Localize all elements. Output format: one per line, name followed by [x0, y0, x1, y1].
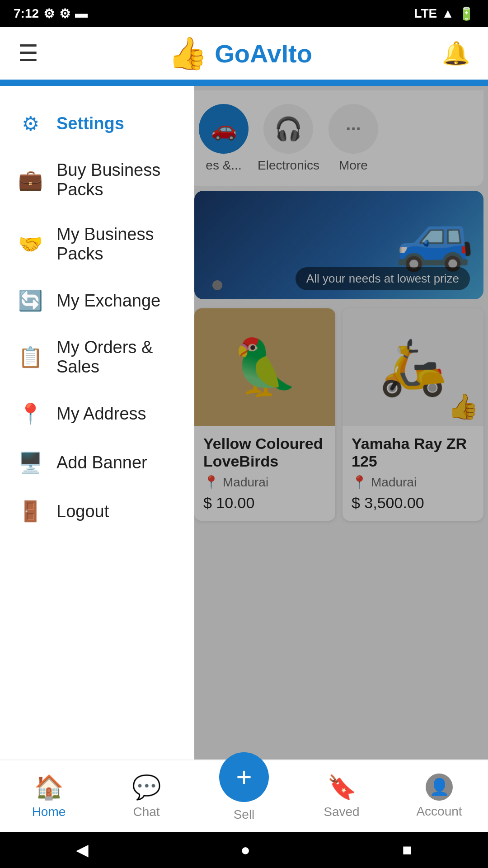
- drawer-label-my-business: My Business Packs: [56, 225, 176, 264]
- main-content: 🚗 es &... 🎧 Electronics ··· More 🚙 All y…: [0, 86, 488, 796]
- hamburger-button[interactable]: ☰: [18, 40, 38, 66]
- drawer-item-my-business[interactable]: 🤝 My Business Packs: [0, 212, 194, 276]
- saved-nav-label: Saved: [324, 805, 359, 819]
- nav-item-chat[interactable]: 💬 Chat: [98, 774, 195, 819]
- my-business-icon: 🤝: [18, 232, 43, 256]
- logo-text: GoAvIto: [215, 39, 312, 68]
- home-nav-label: Home: [32, 805, 66, 819]
- home-nav-icon: 🏠: [34, 774, 64, 801]
- drawer-label-my-address: My Address: [56, 404, 146, 424]
- status-bar-left: 7:12 ⚙ ⚙ ▬: [14, 6, 88, 21]
- chat-nav-label: Chat: [133, 805, 160, 819]
- exchange-icon: 🔄: [18, 289, 43, 312]
- nav-item-home[interactable]: 🏠 Home: [0, 774, 98, 819]
- buy-business-icon: 💼: [18, 168, 43, 192]
- nav-item-sell[interactable]: + Sell: [195, 770, 293, 822]
- banner-icon: 🖥️: [18, 451, 43, 474]
- home-button[interactable]: ●: [240, 840, 250, 859]
- account-avatar: 👤: [426, 774, 453, 801]
- sim-icon: ▬: [75, 6, 88, 21]
- drawer-item-my-exchange[interactable]: 🔄 My Exchange: [0, 276, 194, 325]
- header: ☰ 👍 GoAvIto 🔔: [0, 27, 488, 81]
- logo: 👍 GoAvIto: [168, 35, 312, 72]
- drawer-label-settings: Settings: [56, 114, 124, 133]
- notification-bell-button[interactable]: 🔔: [442, 40, 470, 66]
- sell-plus-icon: +: [236, 764, 252, 791]
- drawer-label-add-banner: Add Banner: [56, 453, 147, 472]
- chat-nav-icon: 💬: [132, 774, 161, 801]
- drawer-item-my-address[interactable]: 📍 My Address: [0, 389, 194, 438]
- nav-item-saved[interactable]: 🔖 Saved: [293, 774, 390, 819]
- drawer-label-logout: Logout: [56, 502, 109, 521]
- back-button[interactable]: ◀: [76, 840, 89, 859]
- battery-icon: 🔋: [459, 6, 474, 21]
- lte-label: LTE: [414, 6, 437, 21]
- account-nav-label: Account: [416, 804, 462, 819]
- drawer-item-add-banner[interactable]: 🖥️ Add Banner: [0, 438, 194, 487]
- nav-item-account[interactable]: 👤 Account: [390, 774, 488, 819]
- sell-nav-label: Sell: [234, 807, 255, 822]
- saved-nav-icon: 🔖: [327, 774, 357, 801]
- sell-fab-button[interactable]: +: [219, 752, 269, 802]
- signal-icon: ▲: [441, 6, 454, 21]
- logo-icon: 👍: [168, 35, 207, 72]
- drawer-label-my-exchange: My Exchange: [56, 291, 160, 311]
- orders-icon: 📋: [18, 345, 43, 369]
- drawer-item-buy-business[interactable]: 💼 Buy Business Packs: [0, 148, 194, 212]
- status-bar: 7:12 ⚙ ⚙ ▬ LTE ▲ 🔋: [0, 0, 488, 27]
- drawer-item-settings[interactable]: ⚙ Settings: [0, 99, 194, 148]
- settings-drawer-icon: ⚙: [18, 112, 43, 135]
- drawer-label-buy-business: Buy Business Packs: [56, 160, 176, 199]
- logout-icon: 🚪: [18, 500, 43, 523]
- drawer-item-my-orders[interactable]: 📋 My Orders & Sales: [0, 325, 194, 389]
- status-bar-right: LTE ▲ 🔋: [414, 6, 474, 21]
- android-nav-bar: ◀ ● ■: [0, 832, 488, 868]
- address-icon: 📍: [18, 402, 43, 425]
- accent-bar: [0, 81, 488, 86]
- settings-icon-1: ⚙: [43, 6, 55, 21]
- drawer-item-logout[interactable]: 🚪 Logout: [0, 487, 194, 536]
- drawer-label-my-orders: My Orders & Sales: [56, 338, 176, 377]
- side-drawer: ⚙ Settings 💼 Buy Business Packs 🤝 My Bus…: [0, 86, 194, 796]
- recent-button[interactable]: ■: [402, 840, 412, 859]
- bottom-nav: 🏠 Home 💬 Chat + Sell 🔖 Saved 👤 Account: [0, 760, 488, 832]
- status-time: 7:12: [14, 6, 39, 21]
- settings-icon-2: ⚙: [59, 6, 70, 21]
